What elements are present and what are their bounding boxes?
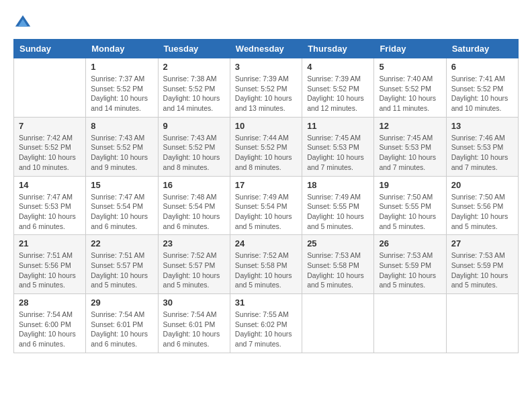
day-info: Sunrise: 7:46 AM Sunset: 5:53 PM Dayligh… — [451, 133, 513, 173]
calendar-cell: 28Sunrise: 7:54 AM Sunset: 6:00 PM Dayli… — [14, 294, 86, 353]
day-info: Sunrise: 7:54 AM Sunset: 6:01 PM Dayligh… — [163, 310, 225, 349]
day-info: Sunrise: 7:39 AM Sunset: 5:52 PM Dayligh… — [307, 74, 369, 113]
calendar-cell: 9Sunrise: 7:43 AM Sunset: 5:52 PM Daylig… — [158, 117, 230, 176]
calendar-cell: 12Sunrise: 7:45 AM Sunset: 5:53 PM Dayli… — [374, 117, 446, 176]
day-number: 25 — [307, 238, 369, 248]
day-number: 11 — [307, 121, 369, 131]
day-number: 9 — [163, 121, 225, 131]
day-info: Sunrise: 7:40 AM Sunset: 5:52 PM Dayligh… — [379, 74, 441, 113]
day-number: 16 — [163, 180, 225, 190]
calendar-cell: 24Sunrise: 7:52 AM Sunset: 5:58 PM Dayli… — [230, 235, 302, 294]
calendar-cell: 8Sunrise: 7:43 AM Sunset: 5:52 PM Daylig… — [86, 117, 158, 176]
day-number: 6 — [451, 62, 513, 72]
day-number: 5 — [379, 62, 441, 72]
day-info: Sunrise: 7:48 AM Sunset: 5:54 PM Dayligh… — [163, 192, 225, 232]
day-number: 30 — [163, 298, 225, 308]
calendar-cell — [374, 294, 446, 353]
day-info: Sunrise: 7:53 AM Sunset: 5:58 PM Dayligh… — [307, 250, 369, 290]
day-number: 1 — [91, 62, 152, 72]
day-number: 19 — [379, 180, 441, 190]
calendar-cell: 2Sunrise: 7:38 AM Sunset: 5:52 PM Daylig… — [158, 58, 230, 118]
day-info: Sunrise: 7:50 AM Sunset: 5:56 PM Dayligh… — [451, 192, 513, 232]
calendar-cell: 19Sunrise: 7:50 AM Sunset: 5:55 PM Dayli… — [374, 176, 446, 235]
day-info: Sunrise: 7:38 AM Sunset: 5:52 PM Dayligh… — [163, 74, 225, 113]
logo-icon — [13, 13, 32, 32]
day-info: Sunrise: 7:47 AM Sunset: 5:54 PM Dayligh… — [91, 192, 152, 232]
calendar-cell: 29Sunrise: 7:54 AM Sunset: 6:01 PM Dayli… — [86, 294, 158, 353]
day-info: Sunrise: 7:43 AM Sunset: 5:52 PM Dayligh… — [91, 133, 152, 173]
day-info: Sunrise: 7:47 AM Sunset: 5:53 PM Dayligh… — [19, 192, 81, 232]
day-info: Sunrise: 7:42 AM Sunset: 5:52 PM Dayligh… — [19, 133, 81, 173]
calendar-cell: 18Sunrise: 7:49 AM Sunset: 5:55 PM Dayli… — [302, 176, 374, 235]
day-number: 31 — [235, 298, 297, 308]
calendar-table: SundayMondayTuesdayWednesdayThursdayFrid… — [13, 39, 519, 353]
day-info: Sunrise: 7:52 AM Sunset: 5:57 PM Dayligh… — [163, 250, 225, 290]
calendar-cell — [446, 294, 518, 353]
calendar-cell: 5Sunrise: 7:40 AM Sunset: 5:52 PM Daylig… — [374, 58, 446, 118]
day-info: Sunrise: 7:54 AM Sunset: 6:00 PM Dayligh… — [19, 310, 81, 349]
day-number: 23 — [163, 238, 225, 248]
weekday-header-saturday: Saturday — [446, 40, 518, 58]
weekday-header-monday: Monday — [86, 40, 158, 58]
day-info: Sunrise: 7:53 AM Sunset: 5:59 PM Dayligh… — [379, 250, 441, 290]
calendar-cell: 17Sunrise: 7:49 AM Sunset: 5:54 PM Dayli… — [230, 176, 302, 235]
day-number: 4 — [307, 62, 369, 72]
calendar-cell — [14, 58, 86, 118]
logo — [13, 13, 35, 32]
calendar-cell: 1Sunrise: 7:37 AM Sunset: 5:52 PM Daylig… — [86, 58, 158, 118]
calendar-cell: 13Sunrise: 7:46 AM Sunset: 5:53 PM Dayli… — [446, 117, 518, 176]
day-info: Sunrise: 7:39 AM Sunset: 5:52 PM Dayligh… — [235, 74, 297, 113]
day-number: 2 — [163, 62, 225, 72]
day-number: 22 — [91, 238, 152, 248]
day-info: Sunrise: 7:52 AM Sunset: 5:58 PM Dayligh… — [235, 250, 297, 290]
calendar-cell: 4Sunrise: 7:39 AM Sunset: 5:52 PM Daylig… — [302, 58, 374, 118]
day-info: Sunrise: 7:55 AM Sunset: 6:02 PM Dayligh… — [235, 310, 297, 349]
day-number: 24 — [235, 238, 297, 248]
day-info: Sunrise: 7:54 AM Sunset: 6:01 PM Dayligh… — [91, 310, 152, 349]
calendar-cell: 26Sunrise: 7:53 AM Sunset: 5:59 PM Dayli… — [374, 235, 446, 294]
calendar-cell: 20Sunrise: 7:50 AM Sunset: 5:56 PM Dayli… — [446, 176, 518, 235]
day-number: 14 — [19, 180, 81, 190]
day-number: 17 — [235, 180, 297, 190]
day-number: 15 — [91, 180, 152, 190]
day-info: Sunrise: 7:49 AM Sunset: 5:55 PM Dayligh… — [307, 192, 369, 232]
weekday-header-friday: Friday — [374, 40, 446, 58]
weekday-header-sunday: Sunday — [14, 40, 86, 58]
week-row-2: 7Sunrise: 7:42 AM Sunset: 5:52 PM Daylig… — [14, 117, 519, 176]
day-number: 3 — [235, 62, 297, 72]
day-number: 27 — [451, 238, 513, 248]
weekday-header-tuesday: Tuesday — [158, 40, 230, 58]
day-number: 26 — [379, 238, 441, 248]
day-info: Sunrise: 7:41 AM Sunset: 5:52 PM Dayligh… — [451, 74, 513, 113]
day-number: 8 — [91, 121, 152, 131]
week-row-5: 28Sunrise: 7:54 AM Sunset: 6:00 PM Dayli… — [14, 294, 519, 353]
day-info: Sunrise: 7:44 AM Sunset: 5:52 PM Dayligh… — [235, 133, 297, 173]
day-info: Sunrise: 7:49 AM Sunset: 5:54 PM Dayligh… — [235, 192, 297, 232]
header — [13, 13, 519, 32]
day-number: 28 — [19, 298, 81, 308]
calendar-cell: 25Sunrise: 7:53 AM Sunset: 5:58 PM Dayli… — [302, 235, 374, 294]
day-info: Sunrise: 7:45 AM Sunset: 5:53 PM Dayligh… — [379, 133, 441, 173]
week-row-1: 1Sunrise: 7:37 AM Sunset: 5:52 PM Daylig… — [14, 58, 519, 118]
day-info: Sunrise: 7:45 AM Sunset: 5:53 PM Dayligh… — [307, 133, 369, 173]
day-info: Sunrise: 7:37 AM Sunset: 5:52 PM Dayligh… — [91, 74, 152, 113]
calendar-cell: 22Sunrise: 7:51 AM Sunset: 5:57 PM Dayli… — [86, 235, 158, 294]
day-number: 29 — [91, 298, 152, 308]
weekday-header-row: SundayMondayTuesdayWednesdayThursdayFrid… — [14, 40, 519, 58]
day-number: 10 — [235, 121, 297, 131]
calendar-cell: 14Sunrise: 7:47 AM Sunset: 5:53 PM Dayli… — [14, 176, 86, 235]
day-number: 18 — [307, 180, 369, 190]
calendar-cell: 21Sunrise: 7:51 AM Sunset: 5:56 PM Dayli… — [14, 235, 86, 294]
day-number: 20 — [451, 180, 513, 190]
day-info: Sunrise: 7:51 AM Sunset: 5:57 PM Dayligh… — [91, 250, 152, 290]
calendar-cell: 10Sunrise: 7:44 AM Sunset: 5:52 PM Dayli… — [230, 117, 302, 176]
calendar-cell: 23Sunrise: 7:52 AM Sunset: 5:57 PM Dayli… — [158, 235, 230, 294]
calendar-cell: 16Sunrise: 7:48 AM Sunset: 5:54 PM Dayli… — [158, 176, 230, 235]
weekday-header-wednesday: Wednesday — [230, 40, 302, 58]
calendar-cell: 15Sunrise: 7:47 AM Sunset: 5:54 PM Dayli… — [86, 176, 158, 235]
day-info: Sunrise: 7:50 AM Sunset: 5:55 PM Dayligh… — [379, 192, 441, 232]
day-number: 7 — [19, 121, 81, 131]
day-info: Sunrise: 7:53 AM Sunset: 5:59 PM Dayligh… — [451, 250, 513, 290]
weekday-header-thursday: Thursday — [302, 40, 374, 58]
day-number: 21 — [19, 238, 81, 248]
